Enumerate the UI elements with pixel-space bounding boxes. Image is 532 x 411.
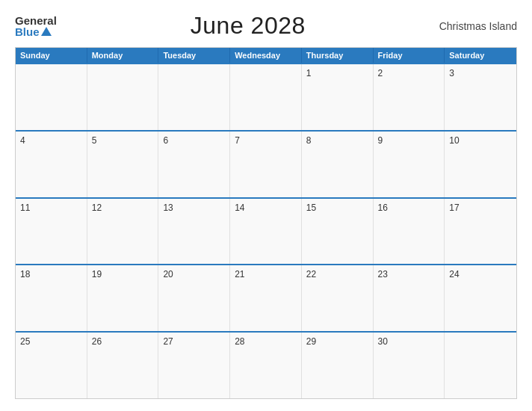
calendar-header: Sunday Monday Tuesday Wednesday Thursday…: [16, 48, 516, 63]
calendar-cell-w3-d5: 15: [302, 199, 374, 265]
date-number: 6: [163, 135, 168, 146]
date-number: 4: [20, 135, 25, 146]
calendar-cell-w4-d4: 21: [230, 265, 302, 331]
date-number: 18: [20, 269, 30, 279]
date-number: 25: [20, 336, 30, 347]
calendar-cell-w3-d7: 17: [445, 199, 516, 265]
date-number: 15: [306, 203, 316, 213]
header-tuesday: Tuesday: [158, 48, 230, 63]
date-number: 22: [306, 269, 316, 279]
calendar-cell-w1-d6: 2: [374, 64, 445, 130]
date-number: 26: [92, 336, 102, 347]
date-number: 17: [449, 203, 459, 213]
date-number: 5: [92, 135, 97, 146]
calendar-cell-w4-d1: 18: [16, 265, 87, 331]
date-number: 24: [449, 269, 459, 279]
date-number: 14: [235, 203, 244, 213]
date-number: 2: [378, 68, 383, 78]
logo: General Blue: [15, 15, 57, 37]
date-number: 29: [306, 336, 316, 347]
calendar-cell-w4-d2: 19: [87, 265, 159, 331]
date-number: 27: [163, 336, 173, 347]
calendar-cell-w4-d3: 20: [158, 265, 230, 331]
date-number: 9: [378, 135, 383, 146]
date-number: 8: [306, 135, 312, 146]
calendar-cell-w3-d4: 14: [230, 199, 302, 265]
date-number: 3: [449, 68, 454, 78]
calendar-cell-w1-d2: [87, 64, 159, 130]
logo-triangle-icon: [41, 27, 52, 36]
calendar-cell-w5-d1: 25: [16, 333, 87, 398]
date-number: 12: [92, 203, 102, 213]
calendar-week-4: 18192021222324: [16, 264, 516, 331]
calendar-cell-w5-d6: 30: [374, 333, 445, 398]
calendar-week-5: 252627282930: [16, 331, 516, 398]
date-number: 7: [235, 135, 240, 146]
date-number: 30: [378, 336, 388, 347]
calendar-cell-w3-d3: 13: [158, 199, 230, 265]
calendar-cell-w2-d6: 9: [374, 132, 445, 197]
calendar-cell-w1-d5: 1: [302, 64, 374, 130]
calendar-cell-w2-d4: 7: [230, 132, 302, 197]
calendar-body: 1234567891011121314151617181920212223242…: [16, 63, 516, 398]
header-thursday: Thursday: [302, 48, 374, 63]
date-number: 28: [235, 336, 244, 347]
logo-blue-text: Blue: [15, 26, 52, 37]
calendar-cell-w1-d7: 3: [445, 64, 516, 130]
date-number: 1: [306, 68, 312, 78]
calendar-title: June 2028: [191, 12, 306, 40]
calendar-week-1: 123: [16, 63, 516, 130]
calendar-cell-w4-d6: 23: [374, 265, 445, 331]
calendar-cell-w5-d5: 29: [302, 333, 374, 398]
date-number: 16: [378, 203, 388, 213]
calendar-cell-w1-d3: [158, 64, 230, 130]
date-number: 10: [449, 135, 459, 146]
header-sunday: Sunday: [16, 48, 87, 63]
calendar-cell-w1-d1: [16, 64, 87, 130]
calendar-cell-w5-d7: [445, 333, 516, 398]
header-saturday: Saturday: [445, 48, 516, 63]
calendar-cell-w3-d2: 12: [87, 199, 159, 265]
region-label: Christmas Island: [439, 20, 517, 32]
calendar-cell-w4-d5: 22: [302, 265, 374, 331]
header-monday: Monday: [87, 48, 159, 63]
calendar-cell-w3-d1: 11: [16, 199, 87, 265]
calendar-week-2: 45678910: [16, 130, 516, 197]
calendar-cell-w5-d2: 26: [87, 333, 159, 398]
calendar-cell-w2-d7: 10: [445, 132, 516, 197]
calendar-grid: Sunday Monday Tuesday Wednesday Thursday…: [15, 47, 517, 399]
header-wednesday: Wednesday: [230, 48, 302, 63]
calendar-cell-w4-d7: 24: [445, 265, 516, 331]
page-header: General Blue June 2028 Christmas Island: [15, 12, 517, 40]
calendar-cell-w5-d3: 27: [158, 333, 230, 398]
date-number: 20: [163, 269, 173, 279]
header-friday: Friday: [374, 48, 445, 63]
date-number: 19: [92, 269, 102, 279]
calendar-cell-w1-d4: [230, 64, 302, 130]
date-number: 23: [378, 269, 388, 279]
calendar-cell-w5-d4: 28: [230, 333, 302, 398]
calendar-cell-w2-d3: 6: [158, 132, 230, 197]
date-number: 13: [163, 203, 173, 213]
logo-general-text: General: [15, 15, 57, 26]
calendar-cell-w2-d5: 8: [302, 132, 374, 197]
calendar-cell-w2-d1: 4: [16, 132, 87, 197]
calendar-cell-w3-d6: 16: [374, 199, 445, 265]
date-number: 11: [20, 203, 30, 213]
calendar-cell-w2-d2: 5: [87, 132, 159, 197]
calendar-week-3: 11121314151617: [16, 197, 516, 265]
date-number: 21: [235, 269, 244, 279]
